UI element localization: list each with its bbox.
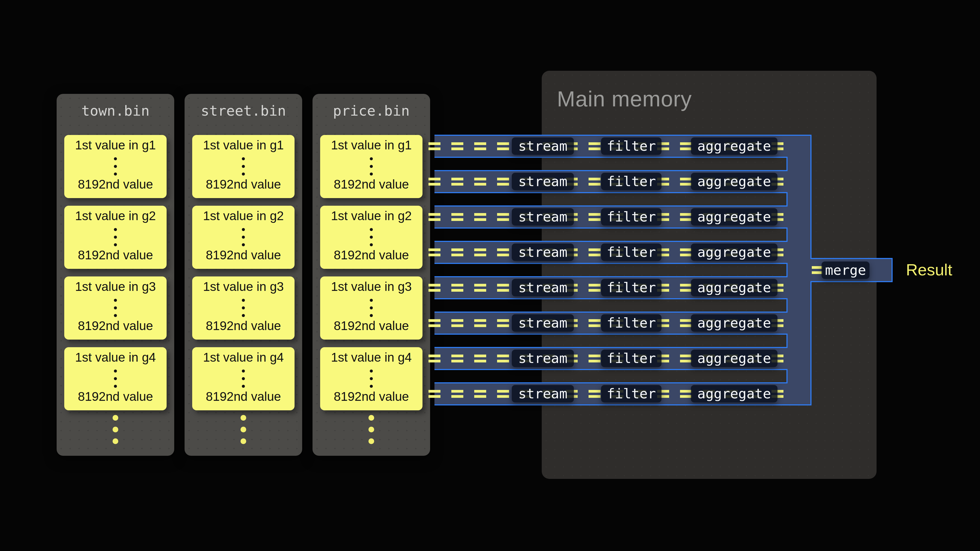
data-flow-dash-icon [451,319,463,327]
diagram-canvas: Main memory town.bin1st value in g18192n… [0,0,980,551]
value-block: 1st value in g38192nd value [320,276,423,340]
op-box-stream: stream [512,208,574,225]
ellipsis-dot [242,228,245,231]
data-flow-dash-icon [428,390,441,398]
value-block-last-line: 8192nd value [192,389,294,404]
op-box-stream: stream [512,173,574,190]
ellipsis-dot [242,299,245,302]
data-flow-dash-icon [589,284,601,292]
data-flow-dash-icon [428,142,441,150]
value-block-ellipsis [242,370,245,388]
value-block-last-line: 8192nd value [320,318,423,333]
value-block: 1st value in g18192nd value [192,135,294,198]
ellipsis-dot [114,306,117,310]
value-block-last-line: 8192nd value [192,248,294,262]
data-flow-dash-icon [680,354,692,362]
data-flow-dash-icon [451,284,463,292]
value-block: 1st value in g48192nd value [192,347,294,410]
op-label-filter: filter [607,138,656,154]
op-label-aggregate: aggregate [697,386,771,402]
ellipsis-dot [370,243,373,246]
ellipsis-dot [242,236,245,239]
op-label-aggregate: aggregate [697,315,771,331]
ellipsis-dot [114,314,117,317]
ellipsis-dot [370,228,373,231]
ellipsis-dot [369,427,374,432]
ellipsis-dot [114,173,117,176]
value-block: 1st value in g28192nd value [320,206,423,269]
value-block: 1st value in g48192nd value [320,347,423,410]
ellipsis-dot [114,165,117,168]
data-flow-dash-icon [680,142,692,150]
op-box-stream: stream [512,314,574,332]
value-block-last-line: 8192nd value [192,318,294,333]
data-flow-dash-icon [680,248,692,256]
ellipsis-dot [369,415,374,421]
ellipsis-dot [114,243,117,246]
op-label-filter: filter [607,209,656,225]
data-flow-dash-icon [474,354,486,362]
op-label-aggregate: aggregate [697,245,771,260]
ellipsis-dot [241,427,247,432]
ellipsis-dot [242,306,245,310]
op-label-stream: stream [518,351,568,366]
data-flow-dash-icon [428,354,441,362]
ellipsis-dot [242,165,245,168]
value-block: 1st value in g48192nd value [64,347,167,410]
op-box-aggregate: aggregate [691,243,778,261]
op-label-filter: filter [607,386,656,402]
op-label-filter: filter [607,315,656,331]
value-block-ellipsis [114,228,117,246]
op-label-stream: stream [518,174,568,189]
data-flow-dash-icon [474,284,486,292]
value-block-ellipsis [242,299,245,317]
value-block-first-line: 1st value in g1 [320,138,423,152]
op-box-aggregate: aggregate [691,314,778,332]
op-box-filter: filter [601,279,662,296]
op-label-stream: stream [518,138,568,154]
data-flow-dash-icon [451,213,463,221]
op-label-aggregate: aggregate [697,209,771,225]
value-block-first-line: 1st value in g1 [64,138,167,152]
data-flow-dash-icon [680,213,692,221]
lane-gap-border [786,333,788,348]
data-flow-dash-icon [589,354,601,362]
ellipsis-dot [370,306,373,310]
data-flow-dash-icon [589,142,601,150]
merge-box: merge [822,262,869,279]
file-card-title: price.bin [312,103,430,119]
ellipsis-dot [370,165,373,168]
ellipsis-dot [370,157,373,160]
value-block: 1st value in g18192nd value [320,135,423,198]
op-box-stream: stream [512,279,574,296]
data-flow-dash-icon [680,390,692,398]
ellipsis-dot [370,370,373,373]
value-block-first-line: 1st value in g3 [320,279,423,294]
lane-gap-border [786,192,788,206]
op-box-aggregate: aggregate [691,208,778,225]
ellipsis-dot [370,377,373,380]
data-flow-dash-icon [474,213,486,221]
data-flow-dash-icon [451,354,463,362]
data-flow-dash-icon [474,319,486,327]
data-flow-dash-icon [497,284,509,292]
value-block-first-line: 1st value in g4 [192,350,294,365]
value-block: 1st value in g28192nd value [192,206,294,269]
value-block-ellipsis [370,228,373,246]
data-flow-dash-icon [497,248,509,256]
ellipsis-dot [370,299,373,302]
value-block-last-line: 8192nd value [320,389,423,404]
data-flow-dash-icon [589,390,601,398]
lane-gap-border [786,263,788,277]
value-block-first-line: 1st value in g2 [192,208,294,223]
ellipsis-dot [370,314,373,317]
ellipsis-dot [242,385,245,388]
ellipsis-dot [241,438,247,444]
result-label: Result [906,260,952,280]
op-box-stream: stream [512,137,574,155]
value-block-ellipsis [114,370,117,388]
op-box-stream: stream [512,349,574,367]
file-card: town.bin1st value in g18192nd value1st v… [57,94,174,456]
op-box-aggregate: aggregate [691,385,778,402]
value-block-last-line: 8192nd value [320,177,423,192]
